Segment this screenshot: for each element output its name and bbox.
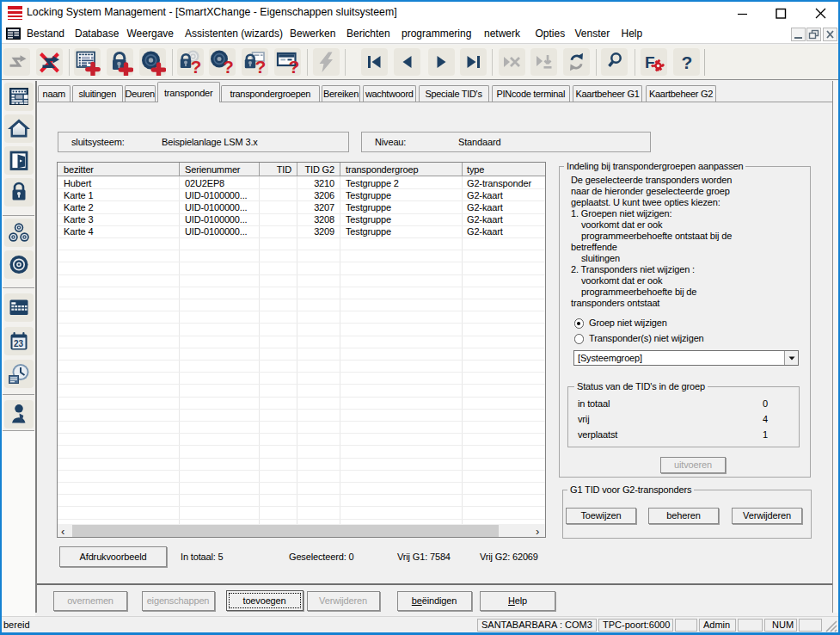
svg-text:?: ?: [681, 52, 692, 72]
svg-text:F: F: [645, 53, 655, 71]
svg-text:23: 23: [14, 339, 24, 348]
svg-text:?: ?: [190, 57, 201, 77]
svg-text:?: ?: [223, 57, 234, 77]
svg-text:?: ?: [255, 57, 267, 77]
svg-text:?: ?: [288, 57, 299, 76]
